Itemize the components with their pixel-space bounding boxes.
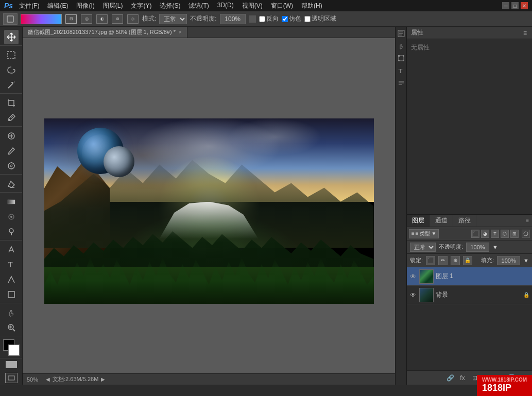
- pen-tool[interactable]: [4, 243, 19, 257]
- move-tool[interactable]: [4, 30, 19, 44]
- layer-visibility-1[interactable]: 👁: [409, 272, 417, 281]
- reverse-checkbox[interactable]: [259, 16, 265, 22]
- layer-visibility-bg[interactable]: 👁: [409, 291, 417, 299]
- dither-checkbox[interactable]: [282, 16, 288, 22]
- filter-toggle-button[interactable]: [522, 230, 530, 238]
- zoom-level: 50%: [27, 376, 38, 383]
- lock-position-button[interactable]: ✏: [438, 256, 448, 265]
- fill-dropdown-icon[interactable]: ▼: [523, 257, 529, 264]
- tool-group-fill: [0, 194, 22, 240]
- filter-text-icon[interactable]: T: [491, 230, 499, 238]
- menu-select[interactable]: 选择(S): [157, 1, 183, 11]
- filter-adjust-icon[interactable]: ◕: [481, 230, 489, 238]
- tool-preset-button[interactable]: [3, 13, 18, 25]
- lock-artboard-button[interactable]: ⊕: [451, 256, 460, 265]
- marquee-tool[interactable]: [4, 48, 19, 62]
- status-nav-right[interactable]: ▶: [99, 376, 107, 382]
- gradient-linear-button[interactable]: ⊟: [65, 14, 77, 24]
- tab-paths[interactable]: 路径: [453, 215, 476, 227]
- gradient-reflected-button[interactable]: ⊜: [112, 14, 123, 24]
- screen-mode-button[interactable]: [5, 373, 18, 383]
- svg-text:T: T: [8, 261, 13, 269]
- color-swatches[interactable]: [3, 339, 20, 356]
- reverse-checkbox-wrap[interactable]: 反向: [259, 14, 279, 23]
- menu-view[interactable]: 视图(V): [239, 1, 266, 11]
- transform-icon[interactable]: [397, 54, 406, 63]
- gradient-preview[interactable]: [21, 14, 62, 24]
- filter-smart-icon[interactable]: ⊞: [510, 230, 519, 238]
- menu-layer[interactable]: 图层(L): [100, 1, 126, 11]
- status-nav: ◀ 文档:2.63M/5.26M ▶: [44, 375, 107, 383]
- fill-input[interactable]: [497, 256, 520, 265]
- add-style-button[interactable]: fx: [458, 373, 467, 383]
- hand-icon[interactable]: [397, 41, 406, 50]
- crop-tool[interactable]: [4, 96, 19, 110]
- svg-rect-1: [8, 51, 15, 59]
- tab-channels[interactable]: 通道: [430, 215, 453, 227]
- blend-mode-select[interactable]: 正常: [410, 243, 436, 252]
- paragraph-icon[interactable]: [397, 78, 406, 88]
- status-nav-left[interactable]: ◀: [44, 376, 52, 382]
- transparency-checkbox[interactable]: [304, 16, 311, 22]
- properties-collapse-button[interactable]: ≡: [522, 28, 528, 38]
- fill-label: 填充:: [481, 256, 494, 264]
- filter-shape-icon[interactable]: ⬡: [501, 230, 509, 238]
- layers-panel-menu-button[interactable]: ≡: [523, 218, 532, 223]
- close-button[interactable]: ✕: [521, 2, 528, 9]
- canvas-scroll[interactable]: [23, 38, 395, 373]
- text-tool[interactable]: T: [4, 257, 19, 272]
- heal-tool[interactable]: [4, 129, 19, 143]
- quick-mask-icon[interactable]: [6, 361, 17, 368]
- text-icon[interactable]: T: [397, 66, 406, 75]
- blur-tool[interactable]: [4, 210, 19, 224]
- path-tool[interactable]: [4, 272, 19, 287]
- zoom-tool[interactable]: [4, 320, 19, 335]
- magic-wand-tool[interactable]: [4, 78, 19, 92]
- opacity-input[interactable]: [220, 14, 246, 24]
- properties-panel-header: 属性 ≡: [407, 27, 532, 39]
- dither-checkbox-wrap[interactable]: 仿色: [282, 14, 301, 23]
- menu-help[interactable]: 帮助(H): [298, 1, 325, 11]
- menu-filter[interactable]: 滤镜(T): [185, 1, 212, 11]
- menu-file[interactable]: 文件(F): [16, 1, 42, 11]
- right-panels: 属性 ≡ 无属性 图层 通道 路径 ≡ ≡: [406, 27, 532, 385]
- menu-text[interactable]: 文字(Y): [128, 1, 155, 11]
- filter-icon: ≡: [411, 231, 415, 236]
- mode-select[interactable]: 正常: [159, 14, 187, 24]
- gradient-radial-button[interactable]: ◎: [81, 14, 92, 24]
- background-color[interactable]: [8, 345, 20, 356]
- opacity-dropdown-icon[interactable]: ▼: [492, 244, 498, 250]
- lasso-tool[interactable]: [4, 63, 19, 77]
- eyedropper-tool[interactable]: [4, 111, 19, 125]
- eraser-tool[interactable]: [4, 177, 19, 191]
- menu-edit[interactable]: 编辑(E): [44, 1, 71, 11]
- lock-pixels-button[interactable]: ⬛: [426, 256, 435, 265]
- layers-panel: 图层 通道 路径 ≡ ≡ ≡ 类型 ▼ ⬛: [407, 215, 532, 385]
- menu-window[interactable]: 窗口(W): [268, 1, 296, 11]
- brush-tool[interactable]: [4, 144, 19, 158]
- gradient-tool[interactable]: [4, 195, 19, 209]
- canvas-tab[interactable]: 微信截图_20210820133717.jpg @ 50% (图层 1, RGB…: [23, 27, 187, 38]
- gradient-diamond-button[interactable]: ◇: [127, 14, 139, 24]
- filter-pixel-icon[interactable]: ⬛: [471, 230, 479, 238]
- hand-tool[interactable]: [4, 305, 19, 320]
- dodge-tool[interactable]: [4, 225, 19, 239]
- filter-type-button[interactable]: ≡ ≡ 类型 ▼: [409, 229, 439, 238]
- menu-3d[interactable]: 3D(D): [214, 1, 237, 11]
- clone-tool[interactable]: [4, 159, 19, 173]
- properties-icon[interactable]: [397, 29, 406, 38]
- opacity-input[interactable]: [466, 243, 489, 252]
- main-area: T: [0, 27, 532, 385]
- tab-layers[interactable]: 图层: [407, 215, 430, 227]
- add-link-button[interactable]: 🔗: [445, 373, 455, 383]
- transparency-checkbox-wrap[interactable]: 透明区域: [304, 14, 336, 23]
- minimize-button[interactable]: ─: [502, 2, 509, 9]
- lock-all-button[interactable]: 🔒: [463, 256, 472, 265]
- tab-close-button[interactable]: ×: [179, 29, 182, 35]
- maximize-button[interactable]: □: [511, 2, 519, 9]
- layer-row-1[interactable]: 👁 图层 1: [407, 267, 532, 286]
- menu-image[interactable]: 图像(I): [73, 1, 97, 11]
- shape-tool[interactable]: [4, 287, 19, 302]
- gradient-angle-button[interactable]: ◐: [96, 14, 108, 24]
- layer-row-background[interactable]: 👁 背景 🔒: [407, 286, 532, 304]
